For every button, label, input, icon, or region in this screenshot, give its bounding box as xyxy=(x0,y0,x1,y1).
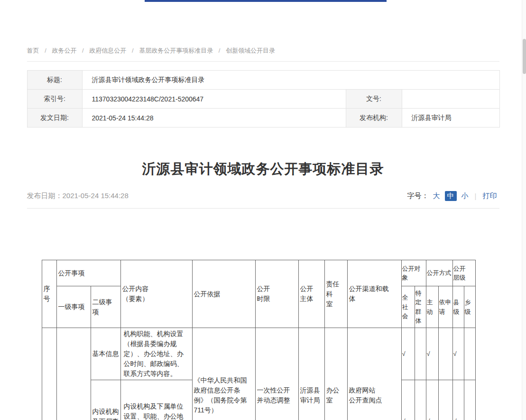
meta-row-index: 索引号: 11370323004223148C/2021-5200647 文号: xyxy=(27,90,499,109)
header-gongkai-duixiang: 公开对 象 xyxy=(401,260,426,286)
publish-date-value: 2021-05-24 15:44:28 xyxy=(63,192,129,200)
cell-check-xiangji xyxy=(464,380,475,420)
breadcrumb-separator: / xyxy=(82,47,84,54)
header-erji-shixiang: 二级事 项 xyxy=(91,286,120,328)
cell-erji-shixiang: 内设机构及下属事业单位 xyxy=(91,380,120,420)
article-title: 沂源县审计领域政务公开事项标准目录 xyxy=(27,160,499,179)
meta-date-label: 发文日期: xyxy=(27,109,82,128)
publish-date-label: 发布日期： xyxy=(27,192,63,200)
meta-title-value: 沂源县审计领域政务公开事项标准目录 xyxy=(82,71,499,90)
cell-check-yishenqing xyxy=(438,328,452,380)
header-zhudong: 主动 xyxy=(426,286,438,328)
cell-check-quanshehui: √ xyxy=(401,328,415,380)
breadcrumb-chuangxin-lingyu[interactable]: 创新领域公开目录 xyxy=(226,47,275,54)
breadcrumb-zhengwu-gongkai[interactable]: 政务公开 xyxy=(52,47,76,54)
scrollbar-thumb[interactable] xyxy=(523,39,526,74)
cell-gongkai-neirong: 机构职能、机构设置 （根据县委编办规 定）、办公地址、办 公时间、邮政编码、 联… xyxy=(120,328,192,380)
catalog-row-basic-info: 基本信息 机构职能、机构设置 （根据县委编办规 定）、办公地址、办 公时间、邮政… xyxy=(42,328,475,380)
publish-date: 发布日期：2021-05-24 15:44:28 xyxy=(27,192,129,201)
publish-toolbar: 发布日期：2021-05-24 15:44:28 字号： 大 中 小 | 打印 xyxy=(27,191,499,209)
cell-gongkai-zhuti: 沂源县审计局 xyxy=(298,328,324,420)
cell-check-quanshehui: √ xyxy=(401,380,415,420)
catalog-table: 序 号 公开事项 公开内容 （要素） 公开依据 公开 时限 公开 主体 责任科 … xyxy=(42,260,476,420)
cell-check-xiangji xyxy=(464,328,475,380)
meta-org-label: 发布机构: xyxy=(346,109,402,128)
header-quanshehui: 全社 会 xyxy=(401,286,415,328)
meta-index-value: 11370323004223148C/2021-5200647 xyxy=(82,90,346,109)
header-zeren-keshi: 责任科 室 xyxy=(324,260,347,328)
meta-title-label: 标题: xyxy=(27,71,82,90)
top-nav-strip xyxy=(145,0,387,2)
header-gongkai-yiju: 公开依据 xyxy=(192,260,255,328)
catalog-header-row-1: 序 号 公开事项 公开内容 （要素） 公开依据 公开 时限 公开 主体 责任科 … xyxy=(42,260,475,286)
cell-check-teding xyxy=(415,328,426,380)
toolbar-divider: | xyxy=(475,192,477,200)
meta-row-date: 发文日期: 2021-05-24 15:44:28 发布机构: 沂源县审计局 xyxy=(27,109,499,128)
meta-org-value: 沂源县审计局 xyxy=(402,109,499,128)
cell-check-yishenqing xyxy=(438,380,452,420)
header-gongkai-zhuti: 公开 主体 xyxy=(298,260,324,328)
cell-gongkai-qudao: 政府网站 公开查阅点 xyxy=(347,328,401,420)
breadcrumb-jiceng-mulu[interactable]: 基层政务公开事项标准目录 xyxy=(139,47,213,54)
page-container: 首页 / 政务公开 / 政府信息公开 / 基层政务公开事项标准目录 / 创新领域… xyxy=(27,0,499,420)
header-gongkai-shixiang: 公开事项 xyxy=(56,260,120,286)
scrollbar[interactable] xyxy=(522,0,526,420)
cell-erji-shixiang: 基本信息 xyxy=(91,328,120,380)
cell-check-teding xyxy=(415,380,426,420)
header-xiangji: 乡级 xyxy=(464,286,475,328)
cell-check-zhudong: √ xyxy=(426,328,438,380)
header-yiji-shixiang: 一级事项 xyxy=(56,286,91,328)
meta-date-value: 2021-05-24 15:44:28 xyxy=(82,109,346,128)
cell-yiji-shixiang xyxy=(56,328,91,420)
header-yishenqing: 依申 请 xyxy=(438,286,452,328)
font-size-large-button[interactable]: 大 xyxy=(433,192,440,201)
breadcrumb-zhengfu-xinxi-gongkai[interactable]: 政府信息公开 xyxy=(89,47,126,54)
cell-zeren-keshi: 办公室 xyxy=(324,328,347,420)
cell-check-zhudong: √ xyxy=(426,380,438,420)
cell-check-xianji: √ xyxy=(452,328,464,380)
breadcrumb-separator: / xyxy=(219,47,221,54)
header-xuhao: 序 号 xyxy=(42,260,56,328)
meta-row-title: 标题: 沂源县审计领域政务公开事项标准目录 xyxy=(27,71,499,90)
header-gongkai-qudao: 公开渠道和载 体 xyxy=(347,260,401,328)
print-button[interactable]: 打印 xyxy=(483,192,497,201)
breadcrumb-separator: / xyxy=(132,47,134,54)
cell-gongkai-neirong: 内设机构及下属单位 设置、职能、办公地 址、办公时间、联系 方式、负责人姓名 xyxy=(120,380,192,420)
cell-gongkai-yiju: 《中华人民共和国 政府信息公开条 例》（国务院令第 711号） xyxy=(192,328,255,420)
breadcrumb: 首页 / 政务公开 / 政府信息公开 / 基层政务公开事项标准目录 / 创新领域… xyxy=(27,46,499,62)
breadcrumb-home[interactable]: 首页 xyxy=(27,47,39,54)
font-size-medium-button[interactable]: 中 xyxy=(445,191,457,201)
font-size-tools: 字号： 大 中 小 | 打印 xyxy=(407,191,499,201)
document-meta-table: 标题: 沂源县审计领域政务公开事项标准目录 索引号: 1137032300422… xyxy=(27,70,500,128)
header-gongkai-fangshi: 公开方式 xyxy=(426,260,452,286)
header-xianji: 县级 xyxy=(452,286,464,328)
font-size-small-button[interactable]: 小 xyxy=(461,192,469,201)
header-gongkai-shixian: 公开 时限 xyxy=(255,260,298,328)
meta-index-label: 索引号: xyxy=(27,90,82,109)
meta-docno-label: 文号: xyxy=(346,90,402,109)
cell-xuhao xyxy=(42,328,56,420)
header-gongkai-neirong: 公开内容 （要素） xyxy=(120,260,192,328)
font-size-label: 字号： xyxy=(407,192,429,201)
header-gongkai-cengji: 公开 层级 xyxy=(452,260,475,286)
cell-gongkai-shixian: 一次性公开 并动态调整 xyxy=(255,328,298,420)
meta-docno-value xyxy=(402,90,499,109)
header-teding-qunti: 特定群体 xyxy=(415,286,426,328)
breadcrumb-separator: / xyxy=(45,47,46,54)
cell-check-xianji: √ xyxy=(452,380,464,420)
